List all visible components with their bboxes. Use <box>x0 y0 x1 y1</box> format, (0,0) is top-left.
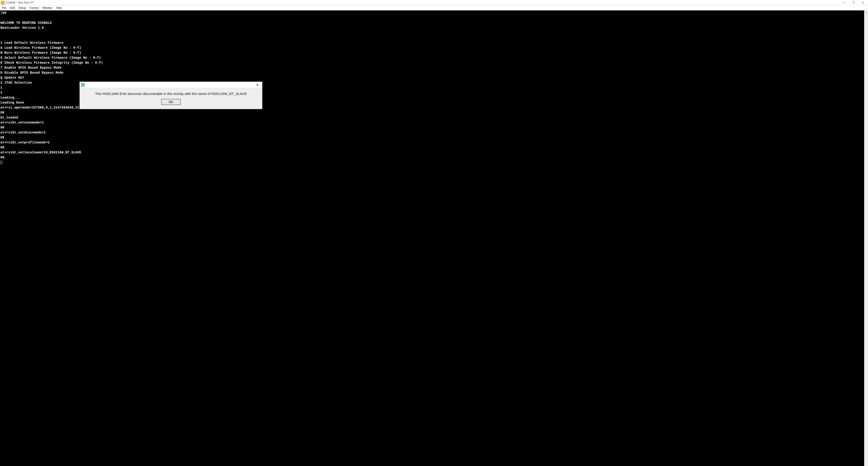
menu-file[interactable]: File <box>2 6 6 9</box>
terminal-line: K Check Wireless Firmware Integrity (Ima… <box>0 60 864 65</box>
menu-help[interactable]: Help <box>56 6 62 9</box>
cursor-icon <box>0 161 2 164</box>
terminal-line: 7 Enable GPIO Based Bypass Mode <box>0 65 864 70</box>
terminal-line: OK <box>0 145 864 150</box>
close-button[interactable]: ✕ <box>860 1 866 4</box>
scrollbar[interactable]: ▲ <box>864 10 868 466</box>
titlebar: VT COM36 - Tera Term VT — ❐ ✕ <box>0 0 868 5</box>
scroll-up-icon[interactable]: ▲ <box>864 10 868 14</box>
terminal-line: ¦UU <box>0 10 864 16</box>
dialog-icon <box>81 83 85 87</box>
dialog-close-button[interactable]: ✕ <box>254 83 261 87</box>
menu-control[interactable]: Control <box>29 6 38 9</box>
terminal-line <box>0 16 864 20</box>
terminal-line: 5 Select Default Wireless Firmware (Imag… <box>0 55 864 60</box>
app-icon: VT <box>1 1 4 4</box>
terminal-line: at+rsibt_setdiscvmode=1 <box>0 130 864 135</box>
message-dialog: ✕ This RS9116W EVK becomes discoverable … <box>80 82 262 109</box>
terminal-line: 1 Load Default Wireless Firmware <box>0 40 864 45</box>
terminal-line: OK <box>0 125 864 130</box>
terminal-line: at+rsibt_setprofilemode=1 <box>0 140 864 145</box>
terminal-wrapper: ¦UU WELCOME TO REDPINE SIGNALSBootLoader… <box>0 10 868 466</box>
window-controls: — ❐ ✕ <box>841 1 867 4</box>
terminal[interactable]: ¦UU WELCOME TO REDPINE SIGNALSBootLoader… <box>0 10 864 466</box>
dialog-titlebar[interactable]: ✕ <box>80 82 262 88</box>
terminal-line: BootLoader Version 1.0 <box>0 25 864 30</box>
window-title: COM36 - Tera Term VT <box>6 1 841 4</box>
terminal-line: OK <box>0 110 864 115</box>
terminal-line: at+rsibt_setlocalname=16,RS9116W_BT_SLAV… <box>0 150 864 155</box>
terminal-line: OK <box>0 155 864 160</box>
terminal-line: at+rsibt_setconnmode=1 <box>0 120 864 125</box>
dialog-message: This RS9116W EVK becomes discoverable in… <box>84 91 258 99</box>
terminal-line: bt_loaded <box>0 115 864 120</box>
menu-edit[interactable]: Edit <box>10 6 15 9</box>
terminal-line <box>0 35 864 40</box>
menubar: File Edit Setup Control Window Help <box>0 5 868 10</box>
dialog-body: This RS9116W EVK becomes discoverable in… <box>80 88 262 109</box>
terminal-line: WELCOME TO REDPINE SIGNALS <box>0 20 864 25</box>
terminal-cursor-line <box>0 160 864 165</box>
terminal-line: Q Update KEY <box>0 75 864 80</box>
terminal-line: A Load Wireless Firmware (Image No : 0-f… <box>0 45 864 50</box>
menu-setup[interactable]: Setup <box>19 6 26 9</box>
minimize-button[interactable]: — <box>841 1 847 4</box>
maximize-button[interactable]: ❐ <box>851 1 856 4</box>
menu-window[interactable]: Window <box>42 6 52 9</box>
ok-button[interactable]: OK <box>161 99 181 105</box>
terminal-line: 8 Disable GPIO Based Bypass Mode <box>0 70 864 75</box>
terminal-line: OK <box>0 135 864 140</box>
terminal-line <box>0 30 864 35</box>
terminal-line: B Burn Wireless Firmware (Image No : 0-f… <box>0 50 864 55</box>
